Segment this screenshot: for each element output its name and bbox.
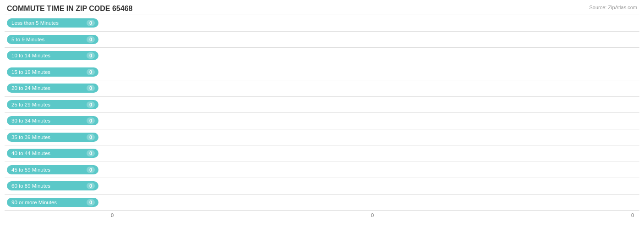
source-label: Source: ZipAtlas.com (589, 5, 637, 10)
bar-row: 15 to 19 Minutes0 (5, 64, 639, 81)
bar-label-text: 60 to 89 Minutes (11, 183, 50, 189)
bar-value: 0 (87, 85, 95, 91)
bar-label-pill: 10 to 14 Minutes0 (7, 51, 98, 60)
bar-label-pill: 45 to 59 Minutes0 (7, 165, 98, 174)
bar-track (98, 113, 639, 129)
bar-value: 0 (87, 183, 95, 189)
bar-value: 0 (87, 167, 95, 173)
bar-row: Less than 5 Minutes0 (5, 15, 639, 32)
bar-label-text: 10 to 14 Minutes (11, 53, 50, 58)
bar-row: 60 to 89 Minutes0 (5, 178, 639, 195)
bar-value: 0 (87, 36, 95, 43)
bar-label-text: 5 to 9 Minutes (11, 37, 44, 42)
bar-label-text: 20 to 24 Minutes (11, 85, 50, 91)
bar-row: 5 to 9 Minutes0 (5, 32, 639, 48)
bar-label-text: 15 to 19 Minutes (11, 69, 50, 75)
bar-row: 35 to 39 Minutes0 (5, 129, 639, 146)
bar-row: 90 or more Minutes0 (5, 195, 639, 211)
bar-track (98, 80, 639, 96)
bar-value: 0 (87, 117, 95, 124)
bar-row: 40 to 44 Minutes0 (5, 145, 639, 162)
bar-value: 0 (87, 20, 95, 26)
x-axis-tick: 0 (105, 212, 119, 218)
bar-label-text: 35 to 39 Minutes (11, 134, 50, 140)
bar-label-pill: 25 to 29 Minutes0 (7, 100, 98, 109)
bar-value: 0 (87, 69, 95, 75)
bar-label-text: 40 to 44 Minutes (11, 151, 50, 156)
bar-row: 10 to 14 Minutes0 (5, 48, 639, 64)
bar-track (98, 97, 639, 113)
x-axis-tick: 0 (366, 212, 379, 218)
bar-label-pill: 60 to 89 Minutes0 (7, 181, 98, 190)
bar-value: 0 (87, 150, 95, 156)
bar-row: 20 to 24 Minutes0 (5, 80, 639, 97)
bar-label-text: 30 to 34 Minutes (11, 118, 50, 123)
chart-area: Less than 5 Minutes05 to 9 Minutes010 to… (5, 15, 639, 218)
bar-track (98, 15, 639, 31)
x-axis: 000 (105, 211, 639, 218)
x-axis-tick: 0 (626, 212, 639, 218)
bar-track (98, 195, 639, 211)
bar-label-text: 90 or more Minutes (11, 200, 57, 205)
bar-row: 45 to 59 Minutes0 (5, 162, 639, 179)
chart-title: COMMUTE TIME IN ZIP CODE 65468 (5, 5, 639, 13)
bar-label-pill: 15 to 19 Minutes0 (7, 67, 98, 77)
bar-label-text: 25 to 29 Minutes (11, 102, 50, 107)
bar-track (98, 145, 639, 162)
bar-track (98, 162, 639, 178)
bar-label-pill: 40 to 44 Minutes0 (7, 149, 98, 158)
bar-track (98, 129, 639, 145)
bar-track (98, 64, 639, 80)
bar-value: 0 (87, 199, 95, 206)
bar-label-text: 45 to 59 Minutes (11, 167, 50, 173)
bar-label-pill: 90 or more Minutes0 (7, 198, 98, 207)
bar-label-pill: Less than 5 Minutes0 (7, 18, 98, 28)
bar-track (98, 48, 639, 64)
bar-label-pill: 20 to 24 Minutes0 (7, 84, 98, 93)
bar-value: 0 (87, 52, 95, 59)
bar-value: 0 (87, 134, 95, 140)
bar-value: 0 (87, 101, 95, 108)
bars-section: Less than 5 Minutes05 to 9 Minutes010 to… (5, 15, 639, 211)
bar-track (98, 178, 639, 194)
bar-label-pill: 30 to 34 Minutes0 (7, 116, 98, 125)
bar-track (98, 32, 639, 48)
bar-row: 30 to 34 Minutes0 (5, 113, 639, 129)
bar-label-text: Less than 5 Minutes (11, 20, 59, 26)
bar-row: 25 to 29 Minutes0 (5, 97, 639, 113)
chart-container: COMMUTE TIME IN ZIP CODE 65468 Source: Z… (0, 0, 644, 240)
bar-label-pill: 35 to 39 Minutes0 (7, 133, 98, 142)
bar-label-pill: 5 to 9 Minutes0 (7, 35, 98, 44)
